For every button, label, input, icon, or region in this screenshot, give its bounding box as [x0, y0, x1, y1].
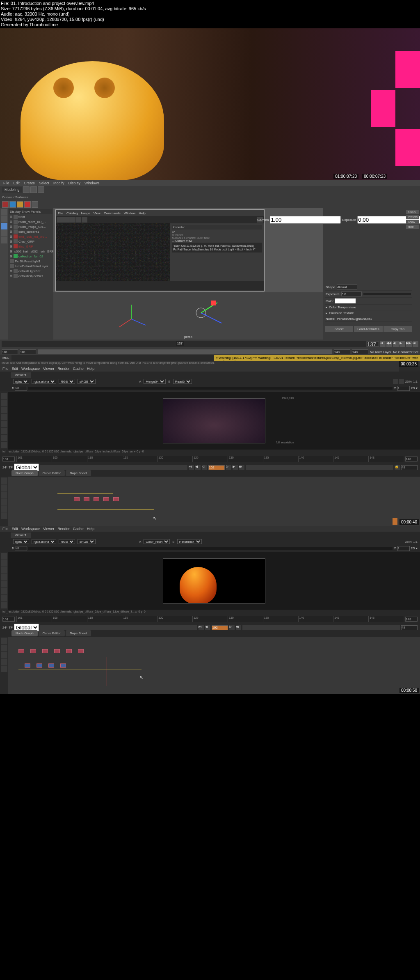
exposure-slider[interactable]: [363, 293, 411, 295]
rmenu-window[interactable]: Window: [124, 211, 135, 215]
range-start[interactable]: [2, 349, 18, 354]
nuke-tool-icon[interactable]: [1, 581, 7, 588]
range-bar[interactable]: [38, 349, 332, 354]
timeline-ruler[interactable]: 101105110115120125130135140145148: [16, 616, 404, 622]
tl-end[interactable]: [405, 457, 418, 461]
tl-first-icon[interactable]: ⏮: [199, 625, 204, 630]
maya-viewport[interactable]: File Catalog Image View Commands Window …: [53, 208, 323, 340]
fstop-slider[interactable]: [28, 387, 393, 390]
tab-dope-sheet[interactable]: Dope Sheet: [66, 630, 91, 636]
channel-rgb[interactable]: RGB: [59, 539, 75, 544]
side-btn-focus[interactable]: Focus: [406, 210, 419, 214]
shelf-button[interactable]: [23, 186, 30, 193]
outliner-item[interactable]: turtleDefaultBakeLayer: [9, 264, 52, 269]
menu-workspace[interactable]: Workspace: [21, 527, 40, 531]
tl-last-icon[interactable]: ⏭: [236, 625, 241, 630]
attr-emission[interactable]: Emission Texture: [329, 311, 354, 315]
shelf-icon[interactable]: [17, 201, 23, 208]
tab-curve-editor[interactable]: Curve Editor: [39, 470, 65, 476]
btn-select[interactable]: Select: [325, 326, 353, 332]
rmenu-view[interactable]: View: [94, 211, 100, 215]
node-b-select[interactable]: Read6: [173, 379, 192, 384]
nuke-tool-icon[interactable]: [1, 407, 7, 413]
channel-rgba[interactable]: rgba: [13, 379, 29, 384]
shelf-icon[interactable]: [32, 201, 38, 208]
shelf-icon[interactable]: [24, 201, 31, 208]
tl-start[interactable]: [2, 457, 15, 461]
menu-file[interactable]: File: [2, 367, 9, 371]
nuke-tool-icon[interactable]: [1, 491, 7, 498]
shelf-tab[interactable]: Curves / Surfaces: [2, 195, 28, 199]
nuke-viewport[interactable]: 1920,810 full_resolution: [8, 552, 420, 610]
tab-dope-sheet[interactable]: Dope Sheet: [66, 470, 91, 476]
nuke-node-graph[interactable]: ↖ 00:00:50: [0, 637, 420, 694]
menu-create[interactable]: Create: [24, 181, 35, 185]
tl-current[interactable]: [208, 465, 225, 470]
play-back-icon[interactable]: ◀: [393, 341, 399, 347]
nuke-tool-icon[interactable]: [1, 512, 7, 519]
nuke-tool-icon[interactable]: [1, 567, 7, 574]
tl-back-icon[interactable]: ◁: [202, 465, 207, 470]
nuke-tool-icon[interactable]: [1, 477, 7, 484]
viewer-tab[interactable]: Viewer1: [11, 372, 31, 378]
node-a-select[interactable]: Merge54: [144, 379, 166, 384]
channel-rgb[interactable]: RGB: [59, 379, 75, 384]
tool-select[interactable]: [1, 209, 7, 216]
channel-srgb[interactable]: sRGB: [78, 539, 96, 544]
nuke-tool-icon[interactable]: [1, 666, 7, 672]
nuke-tool-icon[interactable]: [1, 442, 7, 448]
tl-prev-icon[interactable]: ◀: [195, 465, 201, 470]
outliner-item[interactable]: ⊞front: [9, 214, 52, 219]
nuke-tool-icon[interactable]: [1, 428, 7, 434]
y-input[interactable]: [397, 546, 410, 551]
tab-node-graph[interactable]: Node Graph: [11, 470, 38, 476]
nuke-tool-icon[interactable]: [1, 498, 7, 505]
render-tool-icon[interactable]: [75, 217, 81, 223]
btn-load-attr[interactable]: Load Attributes: [354, 326, 382, 332]
nuke-node[interactable]: [103, 497, 109, 501]
ratio-value[interactable]: 1:1: [413, 380, 418, 383]
tl-end[interactable]: [405, 617, 418, 622]
outliner-item[interactable]: ⊞s002_hair_s002_hair_GRP: [9, 249, 52, 254]
tool-lasso[interactable]: [1, 216, 7, 223]
menu-cache[interactable]: Cache: [73, 367, 84, 371]
light-gizmo[interactable]: [189, 298, 230, 331]
nuke-tool-icon[interactable]: [1, 553, 7, 560]
play-end-icon[interactable]: ⏭: [413, 341, 418, 347]
menu-render[interactable]: Render: [57, 527, 70, 531]
shelf-button[interactable]: [30, 186, 37, 193]
nuke-tool-icon[interactable]: [1, 574, 7, 581]
render-tool-icon[interactable]: [57, 217, 63, 223]
attr-shape-value[interactable]: [337, 285, 357, 289]
nuke-tool-icon[interactable]: [1, 602, 7, 608]
inspector-custom[interactable]: ☐ Custom View: [172, 239, 262, 243]
nuke-node[interactable]: [48, 663, 54, 668]
outliner-item[interactable]: ⊞cam_camera1: [9, 229, 52, 234]
outliner-item[interactable]: ⊞collection_fur_02: [9, 254, 52, 259]
nuke-tool-icon[interactable]: [1, 393, 7, 399]
ratio-value[interactable]: 1:1: [413, 540, 418, 544]
fstop-input[interactable]: [15, 386, 27, 391]
zoom-value[interactable]: 25%: [405, 540, 412, 544]
nuke-tool-icon[interactable]: [1, 414, 7, 420]
play-prev-icon[interactable]: ◀◀: [386, 341, 392, 347]
nuke-tool-icon[interactable]: [1, 421, 7, 427]
outliner-item[interactable]: ⊞Char_GRP: [9, 239, 52, 244]
tool-scale[interactable]: [1, 237, 7, 243]
menu-modify[interactable]: Modify: [53, 181, 64, 185]
outliner-item[interactable]: ⊞room_Props_GR...: [9, 224, 52, 229]
nuke-node[interactable]: [94, 497, 99, 501]
zoom-value[interactable]: 25%: [405, 380, 412, 383]
timeline-track[interactable]: 137: [2, 341, 366, 347]
shelf-button[interactable]: [38, 186, 44, 193]
shelf-icon[interactable]: [2, 201, 9, 208]
attr-exposure-value[interactable]: [341, 291, 362, 296]
tl-fps[interactable]: [401, 465, 418, 470]
shelf-icon[interactable]: [9, 201, 16, 208]
rmenu-catalog[interactable]: Catalog: [66, 211, 78, 215]
channel-alpha[interactable]: rgba.alpha: [32, 539, 56, 544]
tab-node-graph[interactable]: Node Graph: [11, 630, 38, 636]
range-end[interactable]: [352, 349, 368, 354]
attr-temp[interactable]: Color Temperature: [329, 305, 356, 309]
render-tool-icon[interactable]: [82, 217, 87, 223]
